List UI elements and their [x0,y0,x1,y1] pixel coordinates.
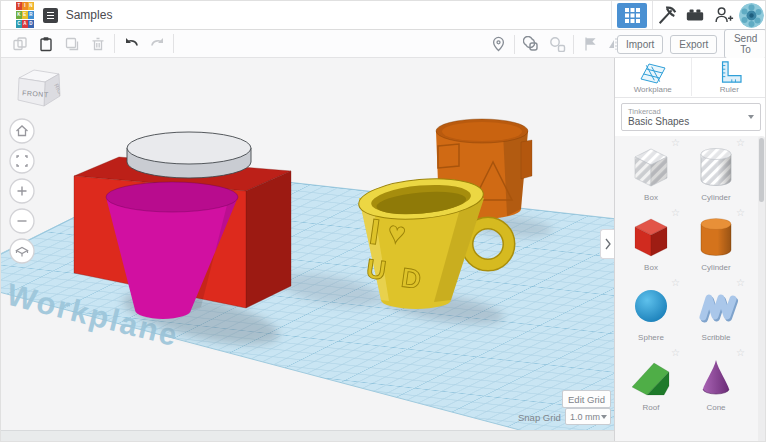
ungroup-button[interactable] [544,32,570,56]
add-person-icon [712,4,734,26]
panel-scrollbar [758,136,765,442]
divider [514,35,515,54]
view-cube[interactable]: FRONT RIGHT [7,62,65,112]
shape-tile-orange-cylinder[interactable]: ☆ Cylinder [684,208,748,272]
shape-label: Cylinder [684,263,748,272]
divider [615,97,766,98]
blocks-view-button[interactable] [617,3,647,28]
home-view-button[interactable] [9,118,35,144]
ruler-tool-label: Ruler [720,85,739,94]
ruler-tool-button[interactable]: Ruler [691,58,766,96]
avatar-image [739,3,764,28]
design-menu-button[interactable] [43,8,58,23]
shape-tile-red-box[interactable]: ☆ Box [619,208,683,272]
toolbar: Import Export Send To [1,30,766,58]
caret-down-icon [748,115,754,119]
workplane-tool-button[interactable]: Workplane [615,58,691,96]
delete-button[interactable] [85,32,111,56]
divider [611,1,612,29]
shape-label: Box [619,193,683,202]
shape-tile-hole-box[interactable]: ☆ Box [619,138,683,202]
gray-lid-object[interactable] [127,132,251,178]
logo-letter: I [22,2,28,11]
workplane-tool-label: Workplane [634,85,672,94]
ruler-icon [715,60,743,84]
send-to-button[interactable]: Send To [724,29,766,59]
library-brand: Tinkercad [628,107,748,116]
grid-icon [625,8,640,23]
ungroup-icon [549,36,566,52]
align-icon [582,36,598,52]
red-box-icon [627,213,675,259]
undo-button[interactable] [118,32,144,56]
copy-button[interactable] [7,32,33,56]
logo-letter: R [28,11,34,20]
pickaxe-icon [656,4,678,26]
top-bar: T I N K E R C A D Samples [1,1,766,30]
hole-box-icon [627,143,675,189]
pin-icon [491,36,506,52]
group-button[interactable] [518,32,544,56]
canvas-3d[interactable]: Workplane [1,58,614,442]
shape-tile-hole-cylinder[interactable]: ☆ Cylinder [684,138,748,202]
undo-icon [123,36,140,51]
chevron-right-icon [605,238,611,250]
redo-button[interactable] [144,32,170,56]
orange-cylinder-icon [692,213,740,259]
tinkercad-app: { "app": { "topbar": { "logo_letters": [… [0,0,766,442]
logo-letter: D [28,20,34,29]
arrange-tools [485,30,629,58]
logo-letter: T [16,2,22,11]
paste-icon [38,36,54,52]
trash-icon [90,36,106,52]
svg-text:D: D [400,262,423,294]
snap-grid-label: Snap Grid [518,412,561,423]
fit-view-button[interactable] [9,148,35,174]
shape-tile-cone[interactable]: ☆ Cone [684,348,748,412]
edit-grid-button[interactable]: Edit Grid [562,390,611,408]
logo-letter: N [28,2,34,11]
divider [114,34,115,53]
brick-export-button[interactable] [681,3,709,28]
logo-letter: E [22,11,28,20]
workplane-icon [638,60,668,84]
avatar[interactable] [739,3,764,28]
hole-cylinder-icon [692,143,740,189]
shape-tile-scribble[interactable]: ☆ Scribble [684,278,748,342]
shape-library-dropdown[interactable]: Tinkercad Basic Shapes [621,103,761,131]
zoom-in-button[interactable] [9,178,35,204]
divider [573,35,574,54]
shape-label: Sphere [619,333,683,342]
panel-scrollbar-thumb[interactable] [759,138,764,202]
shape-label: Scribble [684,333,748,342]
export-button[interactable]: Export [670,35,717,54]
share-button[interactable] [709,3,737,28]
paste-button[interactable] [33,32,59,56]
shape-label: Roof [619,403,683,412]
logo-letter: K [16,11,22,20]
export-buttons: Import Export Send To [617,30,766,58]
align-button[interactable] [577,32,603,56]
edit-tools [7,32,177,56]
shape-tile-roof[interactable]: ☆ Roof [619,348,683,412]
minecraft-export-button[interactable] [653,3,681,28]
snap-grid-dropdown[interactable]: 1.0 mm [565,408,611,425]
topbar-actions [611,1,766,30]
redo-icon [149,36,166,51]
zoom-out-button[interactable] [9,208,35,234]
cone-icon [692,353,740,399]
import-button[interactable]: Import [617,35,663,54]
scribble-icon [692,283,740,329]
duplicate-icon [64,36,80,52]
panel-collapse-button[interactable] [600,229,614,259]
workplane-drop-button[interactable] [485,32,511,56]
helper-tools: Workplane Ruler [615,58,766,96]
copy-icon [12,36,28,52]
bottom-scroll-strip [1,430,614,442]
shape-tile-sphere[interactable]: ☆ Sphere [619,278,683,342]
divider [173,34,174,53]
perspective-toggle-button[interactable] [9,238,35,264]
duplicate-button[interactable] [59,32,85,56]
shape-label: Cone [684,403,748,412]
library-name: Basic Shapes [628,116,748,127]
